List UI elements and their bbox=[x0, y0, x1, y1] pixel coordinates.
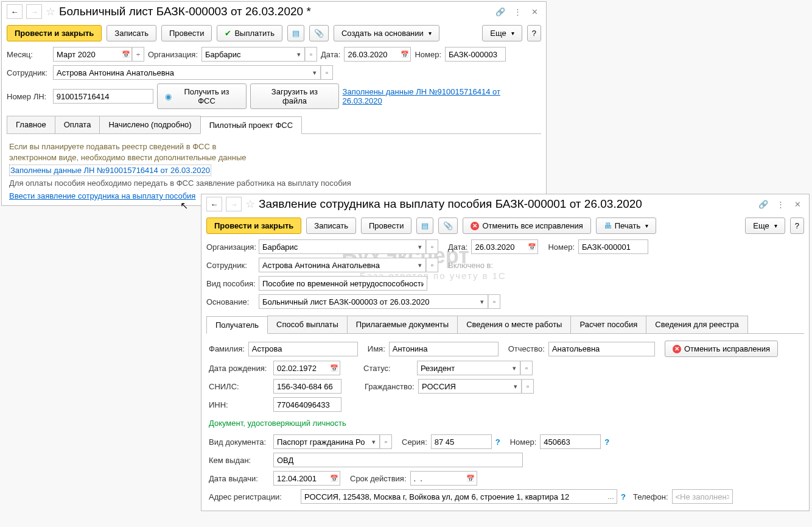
titlebar: ← → ☆ Больничный лист БАЗК-000003 от 26.… bbox=[2, 2, 546, 2]
sick-leave-window: ← → ☆ Больничный лист БАЗК-000003 от 26.… bbox=[1, 1, 547, 2]
